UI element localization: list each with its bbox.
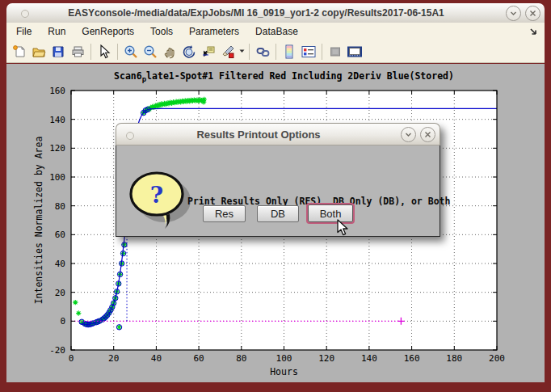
chevron-down-icon: [510, 10, 517, 17]
toolbar-separator: [276, 44, 276, 60]
link-icon: [255, 44, 271, 59]
legend-icon: [301, 44, 317, 59]
dialog-title: Results Printout Options: [116, 129, 401, 141]
svg-text:-20: -20: [49, 345, 65, 356]
save-button[interactable]: [48, 42, 68, 61]
mouse-cursor: [336, 219, 350, 240]
window-title: EASYconsole-/media/data/ExpJobs/MI 16_09…: [6, 7, 506, 19]
chevron-down-icon: [239, 49, 245, 53]
chevron-down-icon: [405, 131, 412, 138]
open-folder-icon: [32, 44, 47, 59]
window-close-button[interactable]: [525, 6, 540, 21]
window-titlebar[interactable]: EASYconsole-/media/data/ExpJobs/MI 16_09…: [6, 3, 545, 23]
svg-text:40: 40: [151, 353, 162, 364]
dialog-close-button[interactable]: [420, 127, 435, 142]
svg-text:60: 60: [193, 353, 204, 364]
dock-figure-button[interactable]: [345, 42, 364, 61]
window-restore-button[interactable]: [506, 6, 521, 21]
close-icon: [424, 131, 431, 138]
svg-text:140: 140: [361, 353, 377, 364]
close-icon: [529, 10, 536, 17]
data-cursor-button[interactable]: [199, 42, 218, 61]
print-button[interactable]: [68, 42, 87, 61]
insert-colorbar-button[interactable]: [280, 42, 299, 61]
hand-icon: [162, 44, 177, 59]
menubar-overflow-arrow-icon[interactable]: [530, 27, 538, 36]
svg-text:140: 140: [49, 115, 65, 125]
svg-text:80: 80: [55, 201, 65, 212]
pointer-arrow-icon: [336, 219, 350, 237]
dialog-titlebar[interactable]: Results Printout Options: [116, 123, 440, 145]
svg-text:160: 160: [49, 86, 65, 96]
menu-database[interactable]: DataBase: [247, 24, 306, 39]
brush-tool-button[interactable]: [218, 42, 238, 61]
dock-figure-icon: [346, 44, 364, 59]
svg-text:100: 100: [276, 353, 292, 364]
new-file-button[interactable]: [10, 42, 29, 61]
new-file-icon: [12, 44, 27, 59]
insert-legend-button[interactable]: [299, 42, 318, 61]
brush-dropdown-button[interactable]: [238, 42, 246, 61]
zoom-in-icon: [124, 44, 138, 59]
save-floppy-icon: [51, 44, 65, 59]
data-cursor-icon: [201, 44, 216, 59]
window-menu-dot[interactable]: [21, 10, 29, 18]
toolbar-separator: [90, 44, 91, 60]
menu-genreports[interactable]: GenReports: [74, 24, 142, 39]
dialog-body: ? Print Results Only (RES), DB Only (DB)…: [116, 145, 440, 237]
svg-text:80: 80: [236, 353, 246, 364]
disabled-square-icon: [328, 44, 343, 59]
zoom-out-icon: [143, 44, 158, 59]
toolbar-separator: [117, 44, 118, 60]
svg-text:200: 200: [489, 353, 505, 364]
menu-tools[interactable]: Tools: [142, 24, 181, 39]
printer-icon: [70, 44, 86, 59]
menu-parameters[interactable]: Parameters: [181, 24, 247, 39]
svg-text:160: 160: [404, 353, 420, 364]
svg-text:60: 60: [55, 230, 65, 240]
dialog-restore-button[interactable]: [401, 127, 416, 142]
brush-icon: [221, 44, 235, 59]
screen: { "window": { "title": "EASYconsole-/med…: [0, 0, 551, 392]
db-button[interactable]: DB: [257, 205, 299, 222]
disabled-tool-button: [326, 42, 345, 61]
pointer-arrow-icon: [98, 44, 111, 59]
svg-text:120: 120: [49, 143, 65, 154]
pointer-tool-button[interactable]: [95, 42, 114, 61]
svg-text:180: 180: [446, 353, 462, 364]
svg-text:40: 40: [55, 259, 65, 269]
svg-text:0: 0: [60, 316, 65, 327]
toolbar-separator: [249, 44, 250, 60]
toolbar-separator: [322, 44, 322, 60]
svg-text:100: 100: [49, 172, 65, 183]
zoom-out-button[interactable]: [141, 42, 160, 61]
colorbar-icon: [283, 44, 296, 60]
open-file-button[interactable]: [29, 42, 48, 61]
menu-file[interactable]: File: [6, 24, 40, 39]
svg-text:120: 120: [318, 353, 334, 364]
menubar: File Run GenReports Tools Parameters Dat…: [6, 23, 545, 40]
res-button[interactable]: Res: [203, 205, 246, 222]
dialog-menu-dot[interactable]: [126, 132, 134, 140]
svg-text:20: 20: [55, 288, 65, 298]
x-axis-label: Hours: [270, 366, 298, 377]
plot-title: Scan6plate1-Spot#1 Filtered Red Includin…: [114, 70, 454, 83]
pan-tool-button[interactable]: [160, 42, 179, 61]
link-plot-button[interactable]: [253, 42, 272, 61]
toolbar: [6, 40, 545, 63]
zoom-in-button[interactable]: [121, 42, 141, 61]
results-printout-dialog: Results Printout Options ? Print Results…: [116, 123, 440, 237]
svg-text:20: 20: [108, 353, 119, 364]
svg-text:0: 0: [69, 353, 74, 364]
rotate-3d-icon: [182, 44, 196, 59]
menu-run[interactable]: Run: [40, 24, 74, 39]
rotate-3d-button[interactable]: [179, 42, 199, 61]
y-axis-label: Intensities Normalized by Area: [33, 137, 44, 305]
svg-text:?: ?: [150, 182, 163, 209]
